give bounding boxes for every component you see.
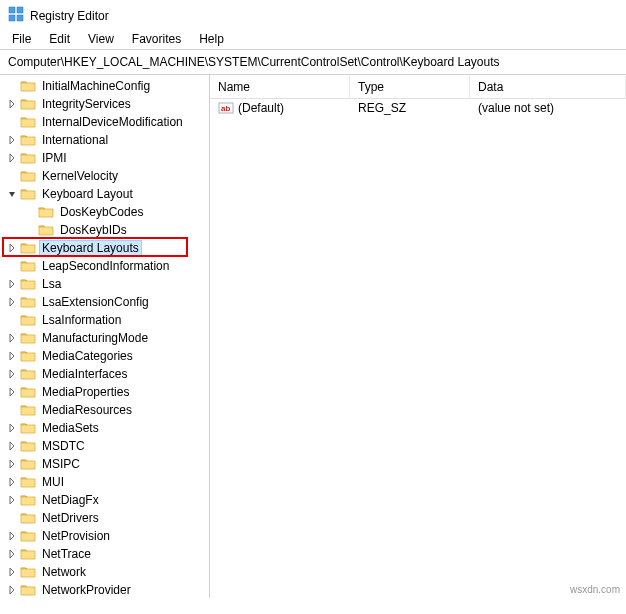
tree-item[interactable]: MediaResources [0, 401, 209, 419]
folder-icon [20, 583, 36, 597]
folder-icon [20, 529, 36, 543]
tree-item[interactable]: Network [0, 563, 209, 581]
tree-item[interactable]: DosKeybCodes [0, 203, 209, 221]
list-pane[interactable]: Name Type Data ab(Default)REG_SZ(value n… [210, 75, 626, 598]
folder-icon [20, 385, 36, 399]
tree-item-label: NetTrace [40, 547, 93, 561]
expander-icon[interactable] [6, 332, 18, 344]
expander-icon[interactable] [6, 476, 18, 488]
tree-item-label: International [40, 133, 110, 147]
tree-item[interactable]: NetDiagFx [0, 491, 209, 509]
menu-bar: File Edit View Favorites Help [0, 28, 626, 50]
tree-pane[interactable]: InitialMachineConfigIntegrityServicesInt… [0, 75, 210, 598]
tree-item[interactable]: Keyboard Layout [0, 185, 209, 203]
cell-name: ab(Default) [210, 99, 350, 117]
tree-item[interactable]: InitialMachineConfig [0, 77, 209, 95]
menu-help[interactable]: Help [191, 30, 232, 48]
expander-icon[interactable] [6, 440, 18, 452]
expander-icon [24, 224, 36, 236]
column-header-name[interactable]: Name [210, 76, 350, 98]
tree-item[interactable]: MediaSets [0, 419, 209, 437]
expander-icon[interactable] [6, 152, 18, 164]
tree-item-label: MediaInterfaces [40, 367, 129, 381]
tree-item[interactable]: NetworkProvider [0, 581, 209, 598]
tree-item[interactable]: IntegrityServices [0, 95, 209, 113]
expander-icon[interactable] [6, 548, 18, 560]
menu-file[interactable]: File [4, 30, 39, 48]
tree-item[interactable]: KernelVelocity [0, 167, 209, 185]
expander-icon[interactable] [6, 368, 18, 380]
expander-icon[interactable] [6, 134, 18, 146]
tree-item[interactable]: DosKeybIDs [0, 221, 209, 239]
svg-rect-3 [17, 15, 23, 21]
expander-icon[interactable] [6, 530, 18, 542]
tree-item-label: NetProvision [40, 529, 112, 543]
folder-icon [20, 547, 36, 561]
tree-item[interactable]: NetDrivers [0, 509, 209, 527]
expander-icon[interactable] [6, 494, 18, 506]
tree-item[interactable]: NetTrace [0, 545, 209, 563]
column-header-type[interactable]: Type [350, 76, 470, 98]
tree-item-label: MediaCategories [40, 349, 135, 363]
tree-item-label: NetDiagFx [40, 493, 101, 507]
folder-icon [20, 349, 36, 363]
expander-icon [24, 206, 36, 218]
tree-item-label: LsaExtensionConfig [40, 295, 151, 309]
tree-item-label: KernelVelocity [40, 169, 120, 183]
tree-item[interactable]: IPMI [0, 149, 209, 167]
expander-icon[interactable] [6, 296, 18, 308]
menu-view[interactable]: View [80, 30, 122, 48]
folder-icon [38, 223, 54, 237]
folder-icon [20, 133, 36, 147]
tree-item-label: IPMI [40, 151, 69, 165]
tree-item-label: DosKeybCodes [58, 205, 145, 219]
tree-item[interactable]: MediaProperties [0, 383, 209, 401]
svg-rect-1 [17, 7, 23, 13]
tree-item[interactable]: MSIPC [0, 455, 209, 473]
folder-icon [20, 79, 36, 93]
expander-icon[interactable] [6, 458, 18, 470]
list-body: ab(Default)REG_SZ(value not set) [210, 99, 626, 117]
expander-icon[interactable] [6, 242, 18, 254]
expander-icon [6, 116, 18, 128]
folder-icon [20, 259, 36, 273]
tree-item-label: Keyboard Layouts [40, 241, 141, 255]
tree-item[interactable]: InternalDeviceModification [0, 113, 209, 131]
tree-item[interactable]: MediaCategories [0, 347, 209, 365]
tree-item-label: Network [40, 565, 88, 579]
expander-icon[interactable] [6, 350, 18, 362]
tree-item[interactable]: ManufacturingMode [0, 329, 209, 347]
tree-item[interactable]: International [0, 131, 209, 149]
expander-icon[interactable] [6, 278, 18, 290]
column-header-data[interactable]: Data [470, 76, 626, 98]
tree-item[interactable]: Lsa [0, 275, 209, 293]
tree-item-label: DosKeybIDs [58, 223, 129, 237]
address-bar[interactable] [0, 50, 626, 75]
value-name: (Default) [238, 101, 284, 115]
menu-favorites[interactable]: Favorites [124, 30, 189, 48]
tree-item[interactable]: LsaInformation [0, 311, 209, 329]
tree-item[interactable]: LeapSecondInformation [0, 257, 209, 275]
expander-icon[interactable] [6, 584, 18, 596]
tree-item[interactable]: MSDTC [0, 437, 209, 455]
tree-item[interactable]: MUI [0, 473, 209, 491]
tree-item[interactable]: NetProvision [0, 527, 209, 545]
tree-item[interactable]: Keyboard Layouts [0, 239, 209, 257]
tree-item[interactable]: LsaExtensionConfig [0, 293, 209, 311]
folder-icon [20, 313, 36, 327]
svg-rect-2 [9, 15, 15, 21]
expander-icon[interactable] [6, 188, 18, 200]
folder-icon [20, 187, 36, 201]
expander-icon[interactable] [6, 98, 18, 110]
list-row[interactable]: ab(Default)REG_SZ(value not set) [210, 99, 626, 117]
tree-item-label: ManufacturingMode [40, 331, 150, 345]
svg-text:ab: ab [221, 104, 230, 113]
address-input[interactable] [6, 54, 620, 70]
string-value-icon: ab [218, 100, 234, 116]
menu-edit[interactable]: Edit [41, 30, 78, 48]
folder-icon [20, 277, 36, 291]
expander-icon[interactable] [6, 386, 18, 398]
expander-icon[interactable] [6, 566, 18, 578]
expander-icon[interactable] [6, 422, 18, 434]
tree-item[interactable]: MediaInterfaces [0, 365, 209, 383]
